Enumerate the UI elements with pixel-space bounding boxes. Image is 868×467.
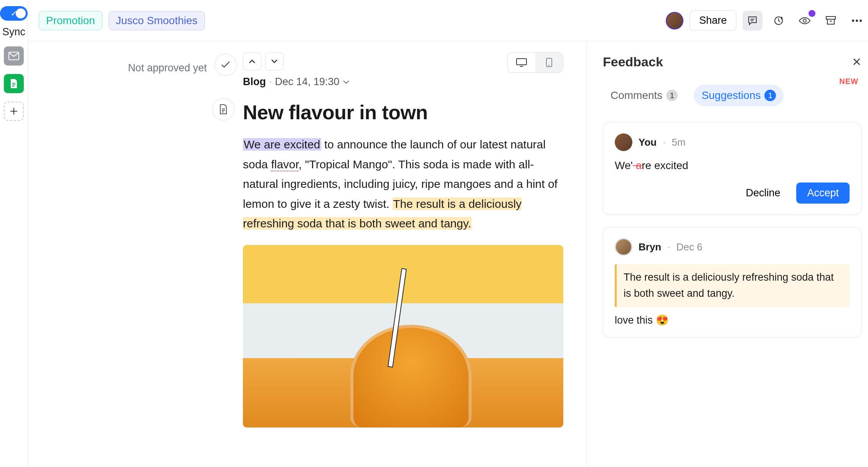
tag-promotion[interactable]: Promotion xyxy=(39,11,102,30)
comment-card: Bryn · Dec 6 The result is a deliciously… xyxy=(603,227,861,337)
suggestion-author: You xyxy=(639,136,657,148)
highlight-suggestion[interactable]: We are excited xyxy=(243,138,321,151)
tab-comments[interactable]: Comments 1 xyxy=(603,85,685,106)
chevron-down-icon xyxy=(343,80,350,84)
svg-rect-7 xyxy=(517,59,526,65)
history-icon[interactable] xyxy=(769,11,789,31)
sync-toggle[interactable]: ✓ xyxy=(0,6,28,21)
nav-down-button[interactable] xyxy=(265,52,284,71)
nav-up-button[interactable] xyxy=(243,52,261,71)
sync-label: Sync xyxy=(2,26,25,38)
suggestion-text: We' are excited xyxy=(615,160,850,172)
spellcheck-word[interactable]: flavor xyxy=(271,158,299,171)
svg-rect-3 xyxy=(826,16,835,19)
post-meta[interactable]: Blog · Dec 14, 19:30 xyxy=(243,76,563,88)
svg-point-5 xyxy=(856,20,858,22)
comment-time: Dec 6 xyxy=(676,241,702,253)
tab-suggestions-label: Suggestions xyxy=(701,89,761,102)
preview-icon[interactable] xyxy=(795,11,815,31)
new-badge: NEW xyxy=(839,77,858,86)
post-body[interactable]: We are excited to announce the launch of… xyxy=(243,135,563,233)
comments-icon[interactable] xyxy=(743,11,762,31)
panel-title: Feedback xyxy=(603,54,663,69)
comment-quote: The result is a deliciously refreshing s… xyxy=(615,264,850,307)
comment-author: Bryn xyxy=(639,241,661,253)
view-toggle[interactable] xyxy=(507,52,563,73)
post-image[interactable] xyxy=(243,245,563,428)
avatar-you xyxy=(615,133,632,151)
more-icon[interactable] xyxy=(847,11,867,31)
accept-button[interactable]: Accept xyxy=(796,183,850,204)
straw-graphic xyxy=(388,268,407,367)
close-icon[interactable]: ✕ xyxy=(852,55,861,69)
document-type-icon[interactable] xyxy=(212,98,234,120)
approval-status: Not approved yet xyxy=(128,62,207,74)
mail-icon[interactable] xyxy=(4,46,24,66)
comments-count: 1 xyxy=(666,90,678,101)
add-button[interactable] xyxy=(4,102,24,121)
share-button[interactable]: Share xyxy=(690,10,736,31)
tab-suggestions[interactable]: Suggestions 1 xyxy=(694,85,784,106)
post-title[interactable]: New flavour in town xyxy=(243,101,563,124)
suggestion-card: You · 5m We' are excited Decline Accept xyxy=(603,122,861,215)
approve-check-button[interactable] xyxy=(215,54,237,76)
toggle-knob xyxy=(16,8,26,18)
post-datetime: Dec 14, 19:30 xyxy=(275,76,340,88)
svg-point-2 xyxy=(803,19,806,22)
desktop-view-icon[interactable] xyxy=(508,53,535,72)
doc-icon[interactable] xyxy=(4,74,24,93)
suggestions-count: 1 xyxy=(764,90,776,101)
decline-button[interactable]: Decline xyxy=(737,183,789,204)
post-category: Blog xyxy=(243,76,266,88)
svg-point-9 xyxy=(549,65,550,66)
tag-brand[interactable]: Jusco Smoothies xyxy=(109,11,205,30)
svg-point-4 xyxy=(852,20,854,22)
suggestion-time: 5m xyxy=(672,136,685,148)
mobile-view-icon[interactable] xyxy=(535,53,563,72)
svg-point-6 xyxy=(860,20,862,22)
user-avatar[interactable] xyxy=(666,12,683,30)
avatar-bryn xyxy=(615,238,632,256)
comment-text: love this 😍 xyxy=(615,314,850,326)
archive-icon[interactable] xyxy=(821,11,841,31)
tab-comments-label: Comments xyxy=(611,89,662,102)
